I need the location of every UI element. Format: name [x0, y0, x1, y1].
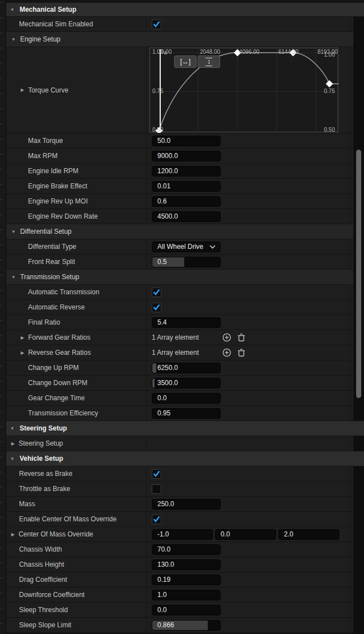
subcategory-header-differential-setup[interactable]: ▼ Differential Setup: [6, 224, 364, 239]
array-count-label: 1 Array element: [152, 349, 199, 357]
mechanical-sim-enabled-checkbox[interactable]: [152, 20, 161, 29]
x-axis-tick-label: 6144.00: [278, 49, 298, 55]
expander-arrow-icon[interactable]: ▶: [11, 441, 15, 446]
add-array-element-button[interactable]: [222, 332, 232, 343]
chevron-down-icon[interactable]: ▼: [10, 426, 15, 431]
engine-brake-effect-input[interactable]: 0.01: [152, 181, 221, 192]
automatic-transmission-checkbox[interactable]: [152, 288, 161, 297]
row-drag-coefficient: Drag Coefficient 0.19: [6, 572, 364, 587]
row-change-down-rpm: Change Down RPM 3500.0: [6, 376, 364, 391]
category-header-steering-setup[interactable]: ▼ Steering Setup: [6, 421, 364, 436]
expander-arrow-icon[interactable]: ▶: [21, 87, 24, 92]
clear-array-button[interactable]: [236, 348, 246, 358]
property-label: Automatic Transmission: [6, 288, 99, 296]
engine-rev-down-rate-input[interactable]: 4500.0: [152, 211, 221, 222]
row-reverse-as-brake: Reverse as Brake: [6, 466, 364, 482]
row-engine-rev-up-moi: Engine Rev Up MOI 0.6: [6, 194, 364, 209]
expander-arrow-icon[interactable]: ▶: [21, 335, 24, 340]
row-max-torque: Max Torque 50.0: [6, 133, 364, 149]
torque-curve-editor[interactable]: 0.002048.004096.006144.008192.001.001.00…: [150, 48, 338, 132]
row-chassis-width: Chassis Width 70.0: [6, 542, 364, 557]
change-down-rpm-slider[interactable]: 3500.0: [152, 378, 221, 388]
row-chassis-height: Chassis Height 130.0: [6, 557, 364, 572]
chassis-height-input[interactable]: 130.0: [152, 559, 221, 570]
property-label: Engine Idle RPM: [6, 167, 78, 175]
engine-rev-up-moi-input[interactable]: 0.6: [152, 196, 221, 207]
enable-center-of-mass-override-checkbox[interactable]: [152, 515, 161, 524]
property-label: Enable Center Of Mass Override: [6, 515, 116, 523]
max-rpm-input[interactable]: 9000.0: [152, 151, 221, 161]
subcategory-label: Engine Setup: [20, 35, 60, 43]
property-label: Mechanical Sim Enabled: [6, 20, 93, 28]
category-header-mechanical-setup[interactable]: ▼ Mechanical Setup: [6, 3, 364, 17]
mass-input[interactable]: 250.0: [152, 499, 221, 510]
x-axis-tick-label: 4096.00: [239, 49, 259, 55]
clear-array-button[interactable]: [236, 332, 246, 343]
y-axis-tick-label-left: 0.75: [152, 88, 163, 94]
chevron-down-icon[interactable]: ▼: [11, 229, 16, 234]
check-icon: [153, 304, 160, 311]
row-automatic-reverse: Automatic Reverse: [6, 300, 364, 315]
check-icon: [153, 516, 160, 522]
row-throttle-as-brake: Throttle as Brake: [6, 482, 364, 497]
subcategory-header-transmission-setup[interactable]: ▼ Transmission Setup: [6, 270, 364, 285]
differential-type-dropdown[interactable]: All Wheel Drive: [152, 242, 221, 252]
property-label: Front Rear Split: [6, 258, 75, 266]
scrollbar-thumb[interactable]: [356, 150, 361, 398]
expander-arrow-icon[interactable]: ▶: [21, 350, 24, 355]
expander-arrow-icon[interactable]: ▶: [11, 532, 15, 537]
sleep-slope-limit-slider[interactable]: 0.866: [152, 620, 221, 631]
fit-horizontal-button[interactable]: [↔]: [174, 55, 197, 68]
property-label: Mass: [6, 500, 35, 508]
engine-idle-rpm-input[interactable]: 1200.0: [152, 166, 221, 177]
row-center-of-mass-override: ▶ Center Of Mass Override -1.0 0.0 2.0: [6, 527, 364, 542]
row-steering-setup: ▶ Steering Setup: [6, 436, 364, 451]
fit-vertical-icon: ↕: [206, 58, 212, 66]
property-label: Chassis Width: [6, 545, 62, 553]
row-enable-center-of-mass-override: Enable Center Of Mass Override: [6, 512, 364, 527]
y-axis-tick-label-left: 1.00: [152, 49, 163, 55]
max-torque-input[interactable]: 50.0: [152, 136, 221, 146]
property-label: Automatic Reverse: [6, 303, 85, 311]
category-label: Mechanical Setup: [20, 6, 76, 13]
fit-horizontal-icon: [↔]: [180, 58, 191, 66]
row-engine-idle-rpm: Engine Idle RPM 1200.0: [6, 164, 364, 179]
row-mass: Mass 250.0: [6, 497, 364, 512]
com-override-x-input[interactable]: -1.0: [152, 529, 213, 540]
throttle-as-brake-checkbox[interactable]: [152, 484, 161, 494]
sleep-threshold-input[interactable]: 0.0: [152, 605, 221, 616]
final-ratio-input[interactable]: 5.4: [152, 317, 221, 328]
com-override-z-input[interactable]: 2.0: [278, 529, 339, 540]
chevron-down-icon[interactable]: ▼: [11, 275, 16, 280]
add-array-element-button[interactable]: [222, 348, 232, 358]
property-label: Reverse Gear Ratios: [28, 349, 91, 357]
row-final-ratio: Final Ratio 5.4: [6, 315, 364, 330]
property-label: Gear Change Time: [6, 394, 85, 402]
plus-circle-icon: [222, 333, 231, 342]
fit-vertical-button[interactable]: ↕: [198, 55, 220, 68]
trash-icon: [237, 334, 245, 342]
chevron-down-icon[interactable]: ▼: [10, 456, 15, 461]
automatic-reverse-checkbox[interactable]: [152, 303, 161, 312]
downforce-coefficient-input[interactable]: 1.0: [152, 590, 221, 600]
property-label: Change Up RPM: [6, 364, 79, 372]
row-front-rear-split: Front Rear Split 0.5: [6, 254, 364, 270]
com-override-y-input[interactable]: 0.0: [215, 529, 276, 540]
row-sleep-threshold: Sleep Threshold 0.0: [6, 603, 364, 618]
front-rear-split-slider[interactable]: 0.5: [152, 257, 221, 267]
chassis-width-input[interactable]: 70.0: [152, 544, 221, 555]
chevron-down-icon[interactable]: ▼: [10, 7, 15, 12]
subcategory-label: Transmission Setup: [20, 273, 80, 281]
reverse-as-brake-checkbox[interactable]: [152, 469, 161, 479]
drag-coefficient-input[interactable]: 0.19: [152, 575, 221, 585]
array-count-label: 1 Array element: [152, 334, 199, 341]
subcategory-header-engine-setup[interactable]: ▼ Engine Setup: [6, 32, 364, 47]
row-max-rpm: Max RPM 9000.0: [6, 149, 364, 164]
transmission-efficiency-input[interactable]: 0.95: [152, 408, 221, 419]
plus-circle-icon: [222, 348, 231, 357]
check-icon: [153, 289, 160, 295]
category-header-vehicle-setup[interactable]: ▼ Vehicle Setup: [6, 451, 364, 466]
chevron-down-icon[interactable]: ▼: [11, 37, 16, 42]
change-up-rpm-slider[interactable]: 6250.0: [152, 363, 221, 373]
gear-change-time-input[interactable]: 0.0: [152, 393, 221, 404]
